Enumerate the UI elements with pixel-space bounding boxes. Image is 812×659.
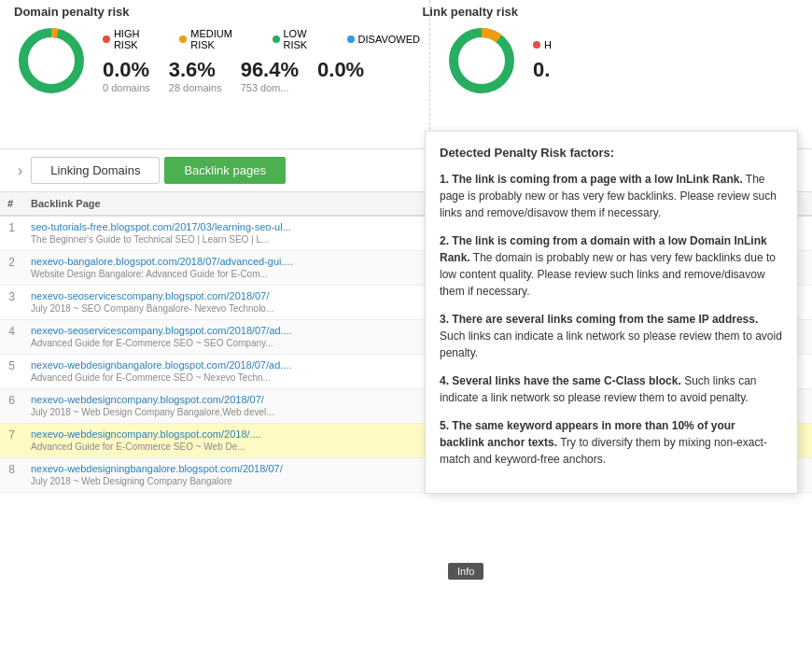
link-percent-1: 0. (533, 58, 550, 82)
disavowed-label: DISAVOWED (347, 28, 420, 50)
high-risk-dot (103, 35, 110, 43)
penalty-item: 1. The link is coming from a page with a… (440, 171, 783, 221)
row-backlink-page: nexevo-seoservicescompany.blogspot.com/2… (23, 320, 485, 355)
backlink-desc: Website Design Bangalore: Advanced Guide… (31, 269, 268, 279)
backlink-url[interactable]: nexevo-webdesigncompany.blogspot.com/201… (31, 428, 478, 440)
penalty-popup-title: Detected Penalty Risk factors: (440, 146, 783, 160)
row-num: 5 (0, 355, 23, 389)
backlink-url[interactable]: seo-tutorials-free.blogspot.com/2017/03/… (31, 221, 478, 232)
disavowed-stat: 0.0% (317, 58, 364, 93)
high-risk-label: HIGH RISK (103, 28, 165, 50)
link-stat-1: 0. (533, 58, 550, 82)
link-donut-chart (444, 23, 519, 98)
domain-risk-stats: 0.0% 0 domains 3.6% 28 domains 96.4% 753… (103, 58, 420, 93)
link-high-dot (533, 41, 540, 49)
backlink-url[interactable]: nexevo-bangalore.blogspot.com/2018/07/ad… (31, 256, 478, 267)
backlink-desc: July 2018 ~ Web Design Company Bangalore… (31, 407, 274, 417)
penalty-item-rest: Such links can indicate a link network s… (440, 330, 782, 359)
backlink-url[interactable]: nexevo-webdesigncompany.blogspot.com/201… (31, 394, 478, 405)
risk-labels-row: HIGH RISK MEDIUM RISK LOW RISK DISAVOWED (103, 28, 420, 50)
row-backlink-page: nexevo-webdesigncompany.blogspot.com/201… (23, 389, 485, 424)
row-num: 6 (0, 389, 23, 424)
penalty-item: 4. Several links have the same C-Class b… (440, 372, 783, 406)
row-num: 7 (0, 424, 23, 458)
nav-arrow-left[interactable]: › (14, 162, 26, 179)
domain-donut-chart (14, 23, 89, 98)
col-num: # (0, 192, 23, 216)
backlink-desc: Advanced Guide for E-Commerce SEO ~ SEO … (31, 338, 273, 348)
medium-risk-text: MEDIUM RISK (190, 28, 258, 50)
backlink-desc: Advanced Guide for E-Commerce SEO ~ Web … (31, 442, 245, 452)
low-risk-text: LOW RISK (284, 28, 333, 50)
row-num: 1 (0, 216, 23, 251)
row-num: 2 (0, 251, 23, 286)
high-risk-percent: 0.0% (103, 58, 150, 82)
penalty-item-rest: The domain is probably new or has very f… (440, 251, 776, 298)
high-risk-domains: 0 domains (103, 82, 150, 93)
backlink-desc: July 2018 ~ Web Designing Company Bangal… (31, 476, 232, 486)
header-row: Domain penalty risk Link penalty risk HI… (0, 0, 812, 149)
high-risk-text: HIGH RISK (114, 28, 165, 50)
backlink-url[interactable]: nexevo-webdesignbangalore.blogspot.com/2… (31, 359, 478, 371)
backlink-desc: Advanced Guide for E-Commerce SEO ~ Nexe… (31, 372, 271, 383)
medium-risk-stat: 3.6% 28 domains (169, 58, 222, 93)
penalty-item-num: 3. There are several links coming from t… (440, 313, 758, 326)
row-num: 4 (0, 320, 23, 355)
domain-risk-panel: HIGH RISK MEDIUM RISK LOW RISK DISAVOWED (0, 0, 429, 148)
row-backlink-page: nexevo-webdesigningbangalore.blogspot.co… (23, 458, 485, 493)
row-backlink-page: nexevo-seoservicescompany.blogspot.com/2… (23, 286, 485, 320)
svg-point-5 (463, 42, 500, 79)
disavowed-dot (347, 35, 355, 43)
svg-point-2 (33, 42, 70, 79)
link-high-label: H (533, 39, 552, 50)
link-risk-details: H 0. (533, 39, 803, 82)
penalty-popup: Detected Penalty Risk factors: 1. The li… (425, 131, 798, 494)
medium-risk-percent: 3.6% (169, 58, 222, 82)
row-backlink-page: nexevo-webdesigncompany.blogspot.com/201… (23, 424, 485, 458)
col-backlink-page: Backlink Page (23, 192, 485, 216)
row-num: 8 (0, 458, 23, 493)
low-risk-stat: 96.4% 753 dom... (241, 58, 299, 93)
link-risk-title: Link penalty risk (422, 5, 518, 19)
low-risk-percent: 96.4% (241, 58, 299, 82)
low-risk-label: LOW RISK (273, 28, 333, 50)
low-risk-dot (273, 35, 280, 43)
medium-risk-dot (179, 35, 187, 43)
medium-risk-label: MEDIUM RISK (179, 28, 258, 50)
domain-risk-details: HIGH RISK MEDIUM RISK LOW RISK DISAVOWED (103, 28, 420, 93)
low-risk-domains: 753 dom... (241, 82, 299, 93)
penalty-item: 2. The link is coming from a domain with… (440, 232, 783, 300)
penalty-items: 1. The link is coming from a page with a… (440, 171, 783, 468)
medium-risk-domains: 28 domains (169, 82, 222, 93)
penalty-item: 3. There are several links coming from t… (440, 311, 783, 361)
domain-risk-title: Domain penalty risk (14, 5, 130, 19)
info-tooltip: Info (448, 563, 483, 580)
disavowed-percent: 0.0% (317, 58, 364, 82)
backlink-url[interactable]: nexevo-seoservicescompany.blogspot.com/2… (31, 290, 478, 301)
row-backlink-page: nexevo-webdesignbangalore.blogspot.com/2… (23, 355, 485, 389)
link-risk-panel: H 0. (429, 0, 812, 148)
disavowed-text: DISAVOWED (358, 34, 420, 45)
row-backlink-page: nexevo-bangalore.blogspot.com/2018/07/ad… (23, 251, 485, 286)
backlink-url[interactable]: nexevo-seoservicescompany.blogspot.com/2… (31, 325, 478, 336)
backlink-url[interactable]: nexevo-webdesigningbangalore.blogspot.co… (31, 463, 478, 474)
backlink-desc: July 2018 ~ SEO Company Bangalore- Nexev… (31, 303, 273, 314)
row-num: 3 (0, 286, 23, 320)
link-risk-labels: H (533, 39, 803, 50)
backlink-desc: The Beginner's Guide to Technical SEO | … (31, 234, 269, 245)
penalty-item-num: 1. The link is coming from a page with a… (440, 173, 743, 186)
tab-linking-domains[interactable]: Linking Domains (31, 157, 160, 184)
link-risk-stats: 0. (533, 58, 803, 82)
row-backlink-page: seo-tutorials-free.blogspot.com/2017/03/… (23, 216, 485, 251)
high-risk-stat: 0.0% 0 domains (103, 58, 150, 93)
link-high-text: H (544, 39, 552, 50)
penalty-item-num: 4. Several links have the same C-Class b… (440, 374, 681, 387)
penalty-item: 5. The same keyword appears in more than… (440, 417, 783, 468)
tab-backlink-pages[interactable]: Backlink pages (164, 157, 285, 184)
